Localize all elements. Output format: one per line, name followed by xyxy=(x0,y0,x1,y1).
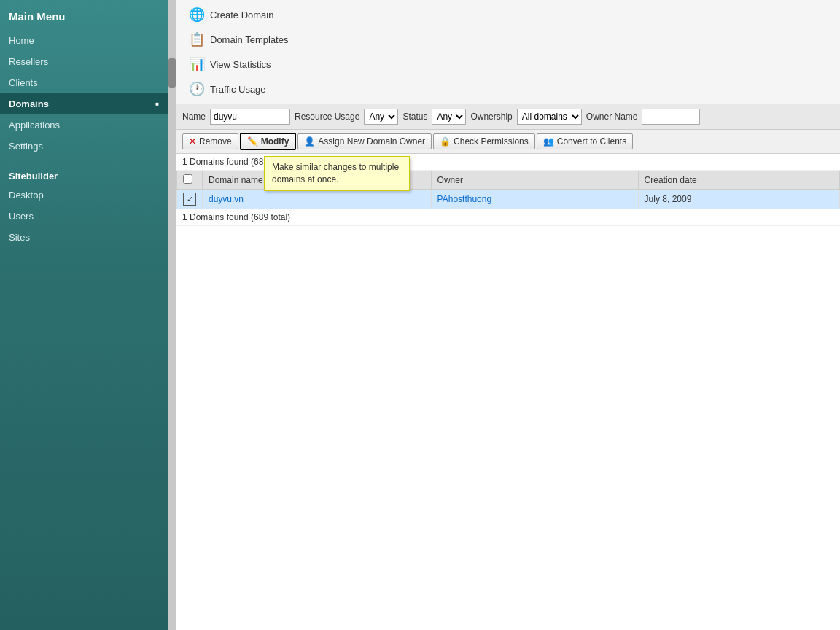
sidebar-divider xyxy=(0,160,168,160)
sidebar-item-domains[interactable]: Domains xyxy=(0,93,168,114)
modify-tooltip: Make similar changes to multiple domains… xyxy=(264,156,410,191)
traffic-usage-label: Traffic Usage xyxy=(210,84,266,95)
traffic-usage-icon: 🕐 xyxy=(188,80,206,98)
table-header-creation-date: Creation date xyxy=(638,171,839,190)
scroll-handle-bar xyxy=(168,58,176,88)
view-statistics-label: View Statistics xyxy=(210,59,271,70)
modify-icon: ✏️ xyxy=(247,136,258,147)
action-toolbar: ✕ Remove ✏️ Modify 👤 Assign New Domain O… xyxy=(176,130,840,154)
remove-label: Remove xyxy=(199,136,232,147)
row-checkbox-cell[interactable]: ✓ xyxy=(177,190,203,209)
row-selected-icon: ✓ xyxy=(183,192,196,206)
sidebar-item-settings[interactable]: Settings xyxy=(0,136,168,157)
sidebar-title: Main Menu xyxy=(0,0,168,30)
select-all-checkbox[interactable] xyxy=(183,174,192,184)
name-filter-input[interactable] xyxy=(210,109,290,125)
main-content: 🌐 Create Domain 📋 Domain Templates 📊 Vie… xyxy=(176,0,840,630)
row-domain-name[interactable]: duyvu.vn xyxy=(203,190,432,209)
row-owner[interactable]: PAhostthuong xyxy=(431,190,638,209)
owner-name-input[interactable] xyxy=(642,109,700,125)
check-permissions-button[interactable]: 🔒 Check Permissions xyxy=(433,133,535,149)
convert-icon: 👥 xyxy=(543,136,554,147)
ownership-label: Ownership xyxy=(470,112,512,122)
check-permissions-icon: 🔒 xyxy=(440,136,451,147)
filter-bar: Name Resource Usage Any Status Any Owner… xyxy=(176,104,840,130)
sidebar-item-applications[interactable]: Applications xyxy=(0,114,168,136)
sidebar-item-clients[interactable]: Clients xyxy=(0,72,168,93)
table-header-checkbox[interactable] xyxy=(177,171,203,190)
owner-link[interactable]: PAhostthuong xyxy=(438,194,492,204)
convert-to-clients-button[interactable]: 👥 Convert to Clients xyxy=(537,133,633,149)
owner-name-label: Owner Name xyxy=(586,112,638,122)
scroll-handle[interactable] xyxy=(168,0,176,630)
check-permissions-label: Check Permissions xyxy=(454,136,529,147)
modify-button[interactable]: ✏️ Modify xyxy=(240,133,297,150)
sidebar: Main Menu Home Resellers Clients Domains… xyxy=(0,0,168,630)
sidebar-item-desktop[interactable]: Desktop xyxy=(0,184,168,206)
remove-button[interactable]: ✕ Remove xyxy=(182,133,238,149)
sidebar-item-sites[interactable]: Sites xyxy=(0,227,168,248)
status-select[interactable]: Any xyxy=(432,109,466,125)
domain-name-link[interactable]: duyvu.vn xyxy=(209,194,244,204)
sidebar-item-resellers[interactable]: Resellers xyxy=(0,51,168,72)
sidebar-item-home[interactable]: Home xyxy=(0,30,168,51)
table-header-owner: Owner xyxy=(431,171,638,190)
sidebar-item-users[interactable]: Users xyxy=(0,206,168,227)
icon-menu: 🌐 Create Domain 📋 Domain Templates 📊 Vie… xyxy=(176,0,840,104)
assign-domain-owner-button[interactable]: 👤 Assign New Domain Owner xyxy=(298,133,432,149)
assign-label: Assign New Domain Owner xyxy=(318,136,425,147)
create-domain-label: Create Domain xyxy=(210,9,273,20)
convert-label: Convert to Clients xyxy=(557,136,626,147)
table-row[interactable]: ✓ duyvu.vn PAhostthuong July 8, 2009 xyxy=(177,190,840,209)
ownership-select[interactable]: All domains xyxy=(517,109,582,125)
count-row-bottom: 1 Domains found (689 total) xyxy=(176,209,840,226)
row-creation-date: July 8, 2009 xyxy=(638,190,839,209)
resource-usage-select[interactable]: Any xyxy=(364,109,398,125)
resource-usage-label: Resource Usage xyxy=(295,112,359,122)
create-domain-item[interactable]: 🌐 Create Domain xyxy=(185,3,831,26)
modify-label: Modify xyxy=(261,136,289,147)
remove-icon: ✕ xyxy=(189,136,196,147)
sitebuilder-section-title: Sitebuilder xyxy=(0,163,168,184)
domain-templates-label: Domain Templates xyxy=(210,34,288,45)
status-label: Status xyxy=(402,112,427,122)
traffic-usage-item[interactable]: 🕐 Traffic Usage xyxy=(185,77,831,101)
create-domain-icon: 🌐 xyxy=(188,6,206,23)
view-statistics-item[interactable]: 📊 View Statistics xyxy=(185,52,831,76)
view-statistics-icon: 📊 xyxy=(188,55,206,73)
assign-icon: 👤 xyxy=(304,136,315,147)
name-filter-label: Name xyxy=(182,112,206,122)
domain-templates-icon: 📋 xyxy=(188,31,206,48)
domain-templates-item[interactable]: 📋 Domain Templates xyxy=(185,28,831,51)
